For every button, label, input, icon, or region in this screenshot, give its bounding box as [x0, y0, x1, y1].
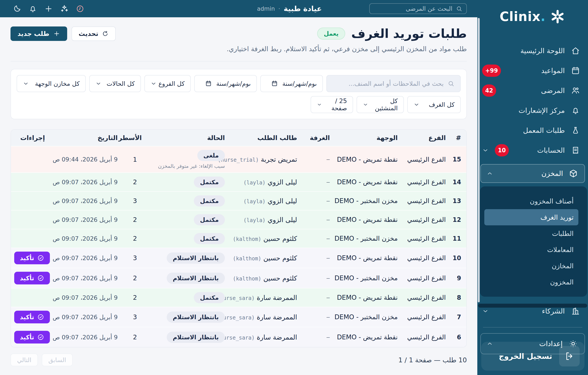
plus-icon[interactable]: [44, 4, 53, 13]
status-cell: مكتمل: [147, 229, 230, 248]
request-id: 6: [451, 330, 466, 344]
page-title: طلبات توريد الغرف: [351, 26, 467, 41]
statuses-select[interactable]: كل الحالات: [89, 75, 141, 92]
sidebar-item-label: طلبات المعمل: [523, 126, 565, 135]
status-badge: مكتمل: [194, 214, 225, 225]
branch-cell: الفرع الرئيسي: [403, 251, 451, 265]
confirm-button[interactable]: تأكيد: [14, 252, 50, 264]
sidebar-item[interactable]: اللوحة الرئيسية: [482, 41, 580, 61]
destination-cell: DEMO - نقطة تمريض: [335, 330, 403, 344]
logout-icon: [564, 351, 574, 361]
per-page-select[interactable]: 25 / صفحة: [311, 96, 353, 113]
brand-logo[interactable]: Clinix.: [477, 0, 588, 33]
requester-username: (kalthom): [233, 256, 261, 262]
room-cell: —: [302, 252, 335, 264]
sidebar-item[interactable]: المواعيد+99: [482, 61, 580, 81]
sidebar-item[interactable]: الحسابات10: [482, 140, 580, 160]
submenu-item[interactable]: المخزون: [484, 274, 578, 290]
refresh-button[interactable]: تحديث: [72, 26, 116, 41]
sparkles-icon[interactable]: [60, 4, 69, 13]
table-row: 6الفرع الرئيسيDEMO - نقطة تمريض—الممرضة …: [11, 327, 466, 347]
sidebar-item[interactable]: طلبات المعمل: [482, 120, 580, 140]
column-header: الغرفة: [302, 131, 335, 145]
branch-cell: الفرع الرئيسي: [403, 194, 451, 208]
date-from-input[interactable]: ةنس/رهش/موى: [260, 75, 323, 92]
calendar-icon: [571, 66, 580, 75]
patient-search-placeholder: البحث عن المرضى: [406, 5, 452, 12]
moon-icon[interactable]: [13, 4, 21, 13]
requests-table-card: #الفرعالوجهةالغرفةطالب الطلبالحالةالأسطر…: [10, 129, 467, 347]
room-cell: —: [302, 332, 335, 343]
lines-count: 2: [123, 231, 147, 246]
dest-warehouses-select[interactable]: كل مخازن الوجهة: [17, 75, 86, 92]
chevron-down-icon: [150, 81, 157, 87]
sidebar-item[interactable]: المرضى42: [482, 81, 580, 100]
check-circle-icon: [37, 334, 44, 341]
sidebar-item-label: المواعيد: [541, 66, 565, 75]
submenu-item[interactable]: المعاملات: [484, 242, 578, 258]
patient-search-input[interactable]: البحث عن المرضى: [369, 3, 467, 14]
sidebar-item[interactable]: مركز الإشعارات: [482, 100, 580, 120]
requester-cell: الممرضة سارة (nurse_sara): [230, 310, 302, 324]
actions-cell: تأكيد: [10, 327, 55, 347]
status-badge: ملغى: [197, 150, 225, 161]
chevron-down-icon: [413, 102, 420, 108]
date-cell: 9 أبريل 2026، 09:07 ص: [55, 251, 123, 265]
actions-cell: [10, 197, 55, 204]
prev-page-button[interactable]: السابق: [42, 354, 73, 366]
bell-icon[interactable]: [28, 4, 37, 13]
destination-cell: DEMO - نقطة تمريض: [335, 251, 403, 265]
notes-search-input[interactable]: بحث في الملاحظات أو اسم الصنف...: [326, 75, 461, 92]
submenu-item[interactable]: الطلبات: [484, 225, 578, 242]
check-circle-icon: [37, 255, 44, 261]
submenu-item[interactable]: المخازن: [484, 258, 578, 274]
date-to-input[interactable]: ةنس/رهش/موى: [194, 75, 257, 92]
confirm-button[interactable]: تأكيد: [14, 311, 50, 323]
submenu-item[interactable]: أصناف المخزون: [484, 193, 578, 209]
requester-cell: الممرضة سارة (nurse_sara): [230, 290, 302, 305]
filters-card: بحث في الملاحظات أو اسم الصنف... ةنس/رهش…: [10, 69, 467, 119]
branches-select[interactable]: كل الفروع: [144, 75, 191, 92]
status-cell: مكتمل: [147, 192, 230, 210]
branch-cell: الفرع الرئيسي: [403, 152, 451, 167]
clinic-app: { "brand": { "name": "Clinix", "dot": ".…: [0, 0, 588, 375]
creators-select[interactable]: كل المنشئين: [357, 96, 404, 113]
rooms-select[interactable]: كل الغرف: [407, 96, 461, 113]
logout-button[interactable]: تسجيل الخروج: [481, 342, 585, 371]
destination-cell: DEMO - مخزن المختبر: [335, 194, 403, 208]
sidebar-divider: [483, 327, 582, 328]
page-header: طلبات توريد الغرف يعمل طلب مواد من المخز…: [10, 26, 467, 53]
bell-icon: [571, 106, 580, 115]
lines-count: 2: [123, 213, 147, 227]
branch-cell: الفرع الرئيسي: [403, 271, 451, 285]
sidebar-item-inventory[interactable]: المخزن: [480, 164, 585, 183]
filters-row-2: كل الغرف كل المنشئين 25 / صفحة: [17, 96, 461, 113]
chevron-down-icon: [482, 147, 489, 154]
request-id: 12: [451, 213, 466, 227]
branch-cell: الفرع الرئيسي: [403, 213, 451, 227]
status-badge: مكتمل: [194, 292, 225, 303]
receipt-icon: [571, 146, 580, 155]
requester-cell: ليلى الزوي (layla): [230, 213, 302, 227]
clock-icon[interactable]: [76, 4, 84, 13]
next-page-button[interactable]: التالي: [10, 354, 38, 366]
branch-cell: الفرع الرئيسي: [403, 175, 451, 189]
submenu-item[interactable]: توريد الغرف: [484, 209, 578, 225]
date-cell: 9 أبريل 2026، 09:07 ص: [55, 232, 123, 246]
search-icon: [448, 80, 455, 87]
destination-cell: DEMO - مخزن المختبر: [335, 310, 403, 324]
confirm-button[interactable]: تأكيد: [14, 272, 50, 284]
status-badge: بانتظار الاستلام: [167, 311, 225, 323]
date-cell: 9 أبريل 2026، 09:07 ص: [55, 330, 123, 344]
new-request-button[interactable]: طلب جديد: [10, 26, 67, 41]
confirm-button[interactable]: تأكيد: [14, 331, 50, 343]
running-status-badge: يعمل: [317, 28, 345, 40]
column-header: الحالة: [147, 131, 230, 145]
topbar-icon-group: [13, 0, 84, 17]
sidebar-item-label: مركز الإشعارات: [519, 106, 565, 115]
calendar-icon: [271, 80, 278, 87]
request-id: 15: [451, 152, 466, 167]
requester-cell: كلثوم حسين (kalthom): [230, 251, 302, 265]
sidebar-scrollbar[interactable]: [478, 18, 480, 302]
sidebar-item-label: المرضى: [541, 86, 565, 95]
